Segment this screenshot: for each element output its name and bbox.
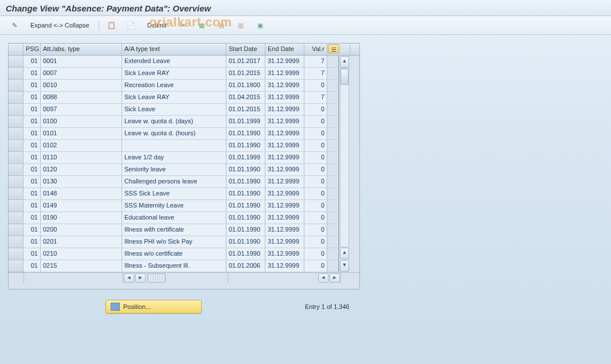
cell-att[interactable]: 0110 [41,152,122,164]
table-row[interactable]: 010097Sick Leave01.01.201531.12.99990 [9,104,339,116]
cell-txt[interactable]: Recreation Leave [122,80,226,92]
cell-txt[interactable]: Leave 1/2 day [122,152,226,164]
table-row[interactable]: 01010201.01.199031.12.99990 [9,140,339,152]
cell-val[interactable]: 0 [304,80,327,92]
cell-start[interactable]: 01.01.2015 [226,68,265,80]
position-button[interactable]: Position... [105,300,202,314]
cell-att[interactable]: 0088 [41,92,122,104]
cell-end[interactable]: 31.12.9999 [265,176,304,188]
row-selector[interactable] [9,188,23,200]
table-row[interactable]: 010148SSS Sick Leave01.01.199031.12.9999… [9,188,339,200]
cell-txt[interactable]: Leave w. quota d. (hours) [122,128,226,140]
cell-val[interactable]: 0 [304,224,327,236]
cell-start[interactable]: 01.01.1999 [226,116,265,128]
col-start-header[interactable]: Start Date [226,44,265,55]
cell-val[interactable]: 7 [304,56,327,68]
row-selector[interactable] [9,248,23,260]
table-row[interactable]: 010201Illness PHI w/o Sick Pay01.01.1990… [9,236,339,248]
cell-att[interactable]: 0102 [41,140,122,152]
cell-val[interactable]: 0 [304,236,327,248]
col-att-header[interactable]: Att./abs. type [41,44,122,55]
cell-att[interactable]: 0097 [41,104,122,116]
select-all-icon[interactable] [193,19,210,32]
table-row[interactable]: 010215Illness - Subsequent Ill.01.01.200… [9,260,339,272]
cell-start[interactable]: 01.01.2015 [226,104,265,116]
cell-end[interactable]: 31.12.9999 [265,260,304,272]
col-select-header[interactable] [9,44,23,55]
cell-psg[interactable]: 01 [23,188,41,200]
cell-psg[interactable]: 01 [23,224,41,236]
cell-att[interactable]: 0190 [41,212,122,224]
table-row[interactable]: 010210Illness w/o certificate01.01.19903… [9,248,339,260]
scroll-track[interactable] [340,68,349,247]
cell-start[interactable]: 01.01.1990 [226,236,265,248]
copy-icon[interactable] [103,19,120,32]
cell-val[interactable]: 0 [304,104,327,116]
cell-val[interactable]: 0 [304,248,327,260]
cell-end[interactable]: 31.12.9999 [265,140,304,152]
deselect-all-icon[interactable] [232,19,249,32]
cell-start[interactable]: 01.01.1990 [226,176,265,188]
cell-end[interactable]: 31.12.9999 [265,224,304,236]
cell-end[interactable]: 31.12.9999 [265,152,304,164]
cell-val[interactable]: 0 [304,188,327,200]
expand-collapse-button[interactable]: Expand <-> Collapse [25,19,95,32]
cell-txt[interactable]: Sick Leave RAY [122,92,226,104]
cell-att[interactable]: 0148 [41,188,122,200]
hscroll2-right-icon[interactable]: ► [330,273,340,283]
cell-start[interactable]: 01.01.1990 [226,200,265,212]
table-row[interactable]: 010190Educational leave01.01.199031.12.9… [9,212,339,224]
row-selector[interactable] [9,128,23,140]
row-selector[interactable] [9,140,23,152]
cell-txt[interactable]: Educational leave [122,212,226,224]
cell-txt[interactable]: Seniority leave [122,164,226,176]
cell-end[interactable]: 31.12.9999 [265,116,304,128]
col-val-header[interactable]: Val.r [304,44,327,55]
cell-start[interactable]: 01.01.1990 [226,128,265,140]
row-selector[interactable] [9,152,23,164]
table-row[interactable]: 010088Sick Leave RAY01.04.201531.12.9999… [9,92,339,104]
cell-txt[interactable]: Illness with certificate [122,224,226,236]
table-row[interactable]: 010110Leave 1/2 day01.01.199931.12.99990 [9,152,339,164]
cell-att[interactable]: 0200 [41,224,122,236]
cell-start[interactable]: 01.01.1990 [226,188,265,200]
cell-txt[interactable]: Challenged persons leave [122,176,226,188]
cell-val[interactable]: 7 [304,92,327,104]
cell-end[interactable]: 31.12.9999 [265,104,304,116]
cell-start[interactable]: 01.01.1990 [226,248,265,260]
table-row[interactable]: 010130Challenged persons leave01.01.1990… [9,176,339,188]
cell-psg[interactable]: 01 [23,140,41,152]
cell-val[interactable]: 0 [304,200,327,212]
copy-as-icon[interactable] [123,19,140,32]
cell-psg[interactable]: 01 [23,212,41,224]
table-row[interactable]: 010200Illness with certificate01.01.1990… [9,224,339,236]
cell-start[interactable]: 01.01.2006 [226,260,265,272]
cell-val[interactable]: 0 [304,128,327,140]
cell-txt[interactable]: SSS Maternity Leave [122,200,226,212]
cell-att[interactable]: 0010 [41,80,122,92]
cell-psg[interactable]: 01 [23,56,41,68]
cell-val[interactable]: 7 [304,68,327,80]
table-settings-icon[interactable] [252,19,269,32]
cell-start[interactable]: 01.01.1990 [226,224,265,236]
cell-psg[interactable]: 01 [23,248,41,260]
cell-psg[interactable]: 01 [23,236,41,248]
col-psg-header[interactable]: PSG [23,44,41,55]
delete-icon[interactable] [174,19,191,32]
cell-psg[interactable]: 01 [23,116,41,128]
cell-att[interactable]: 0149 [41,200,122,212]
cell-end[interactable]: 31.12.9999 [265,188,304,200]
cell-psg[interactable]: 01 [23,152,41,164]
table-row[interactable]: 010001Extended Leave01.01.201731.12.9999… [9,56,339,68]
hscroll-right-icon[interactable]: ► [135,273,146,283]
row-selector[interactable] [9,224,23,236]
cell-val[interactable]: 0 [304,260,327,272]
row-selector[interactable] [9,164,23,176]
row-selector[interactable] [9,116,23,128]
cell-att[interactable]: 0100 [41,116,122,128]
cell-psg[interactable]: 01 [23,128,41,140]
cell-end[interactable]: 31.12.9999 [265,56,304,68]
cell-txt[interactable]: Sick Leave RAY [122,68,226,80]
row-selector[interactable] [9,68,23,80]
cell-end[interactable]: 31.12.9999 [265,200,304,212]
